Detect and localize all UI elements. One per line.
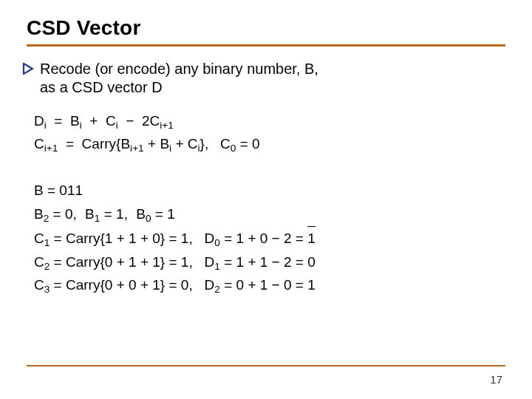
eq-val: 0 bbox=[307, 254, 316, 270]
eq-val: 0 bbox=[65, 206, 73, 222]
eq-sym: D bbox=[34, 113, 44, 129]
eq-sym: D bbox=[205, 277, 215, 293]
eq-expr: 1 + 0 − 2 bbox=[236, 231, 292, 246]
bullet-line-2: as a CSD vector D bbox=[40, 79, 163, 95]
eq-sym: B bbox=[160, 136, 169, 151]
page-title: CSD Vector bbox=[27, 16, 505, 40]
eq-sym: B bbox=[85, 206, 95, 222]
footer-divider bbox=[27, 365, 505, 366]
eq-sym: C bbox=[220, 136, 231, 151]
eq-sym: B bbox=[120, 136, 130, 151]
eq-val: 1 bbox=[181, 231, 189, 246]
eq-expr: 0 + 1 + 1 bbox=[105, 254, 160, 270]
overbar-neg: 1 bbox=[307, 226, 316, 249]
eq-expr: 1 + 1 + 0 bbox=[105, 231, 160, 246]
eq-sym: D bbox=[205, 254, 215, 270]
eq-sym: C bbox=[106, 113, 116, 129]
eq-fn: Carry bbox=[66, 277, 100, 293]
eq-sym: C bbox=[34, 231, 44, 246]
eq-step-2: C2 = Carry{0 + 1 + 1} = 1, D1 = 1 + 1 − … bbox=[34, 251, 505, 273]
eq-sym: D bbox=[205, 231, 215, 246]
eq-b: B = 011 bbox=[34, 180, 505, 201]
eq-d-def: Di = Bi + Ci − 2Ci+1 bbox=[34, 110, 505, 132]
eq-sym: 2C bbox=[142, 113, 160, 129]
eq-sym: C bbox=[188, 136, 198, 151]
eq-step-3: C3 = Carry{0 + 0 + 1} = 0, D2 = 0 + 1 − … bbox=[34, 274, 505, 296]
eq-sym: B bbox=[70, 113, 80, 129]
eq-expr: 1 + 1 − 2 bbox=[236, 254, 292, 270]
eq-expr: 0 + 0 + 1 bbox=[105, 277, 160, 293]
eq-fn: Carry bbox=[66, 254, 100, 270]
eq-sym: C bbox=[34, 254, 44, 270]
eq-fn: Carry bbox=[82, 136, 116, 151]
eq-step-1: C1 = Carry{1 + 1 + 0} = 1, D0 = 1 + 0 − … bbox=[34, 226, 505, 249]
eq-expr: 0 + 1 − 0 bbox=[236, 277, 292, 293]
svg-marker-0 bbox=[24, 64, 33, 74]
bullet-text: Recode (or encode) any binary number, B,… bbox=[40, 60, 318, 97]
eq-val: 1 bbox=[181, 254, 189, 270]
eq-fn: Carry bbox=[66, 231, 100, 246]
title-divider bbox=[27, 44, 505, 47]
bullet-item: Recode (or encode) any binary number, B,… bbox=[22, 60, 505, 97]
bullet-line-1: Recode (or encode) any binary number, B, bbox=[40, 61, 318, 77]
chevron-right-icon bbox=[22, 63, 34, 78]
eq-val: 1 bbox=[167, 206, 175, 222]
eq-val: 0 bbox=[252, 136, 260, 151]
eq-val: 1 bbox=[307, 231, 316, 246]
eq-sym: C bbox=[34, 136, 44, 151]
eq-sym: B bbox=[136, 206, 146, 222]
eq-val: 1 bbox=[116, 206, 124, 222]
eq-sym: C bbox=[34, 277, 44, 293]
eq-val: 1 bbox=[307, 277, 316, 293]
eq-val: 0 bbox=[181, 277, 189, 293]
eq-b-bits: B2 = 0, B1 = 1, B0 = 1 bbox=[34, 203, 505, 225]
eq-c-def: Ci+1 = Carry{Bi+1 + Bi + Ci}, C0 = 0 bbox=[34, 133, 505, 154]
equation-block: Di = Bi + Ci − 2Ci+1 Ci+1 = Carry{Bi+1 +… bbox=[34, 110, 505, 296]
page-number: 17 bbox=[490, 373, 502, 386]
eq-sym: B bbox=[34, 206, 44, 222]
slide: CSD Vector Recode (or encode) any binary… bbox=[0, 0, 532, 399]
